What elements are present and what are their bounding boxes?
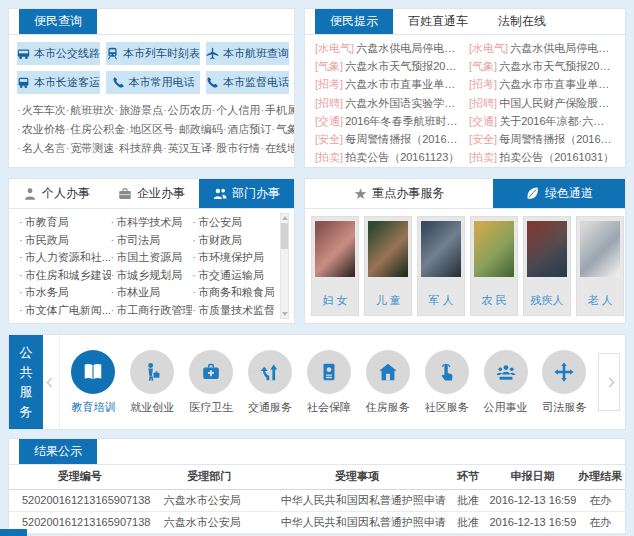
tab-convenient-query[interactable]: 便民查询 (19, 9, 97, 34)
card-elderly[interactable]: 老 人 (576, 216, 624, 316)
department-link[interactable]: 市国土资源局 (111, 249, 193, 267)
service-housing[interactable]: 住房服务 (359, 350, 417, 415)
supervision-phone-button[interactable]: 本市监督电话 (206, 71, 289, 94)
quick-link[interactable]: 农业价格 (17, 120, 66, 139)
news-item[interactable]: [水电气]六盘水供电局停电公告（20161... (469, 39, 615, 57)
department-link[interactable]: 市公安局 (192, 214, 274, 232)
flight-query-button[interactable]: 本市航班查询 (206, 42, 289, 65)
quick-link[interactable]: 宽带测速 (66, 139, 115, 158)
service-education[interactable]: 教育培训 (64, 350, 122, 415)
quick-link[interactable]: 旅游景点 (114, 101, 163, 120)
news-item[interactable]: [安全]每周警情播报（2016年第45周） (469, 130, 615, 148)
news-item[interactable]: [气象]六盘水市天气预报2016年12月13日 (315, 57, 461, 75)
news-tag: [拍卖] (315, 148, 343, 166)
children-photo (368, 221, 408, 277)
service-justice[interactable]: 司法服务 (535, 350, 593, 415)
service-utilities[interactable]: 公用事业 (477, 350, 535, 415)
news-item[interactable]: [招聘]六盘水外国语实验学校面向全... (315, 94, 461, 112)
quick-link[interactable]: 股市行情 (212, 139, 261, 158)
quick-link[interactable]: 科技辞典 (114, 139, 163, 158)
scrollbar[interactable] (280, 213, 289, 319)
bus-lines-button[interactable]: 本市公交线路 (17, 42, 100, 65)
tab-tips[interactable]: 便民提示 (315, 9, 393, 34)
service-social-security[interactable]: 社会保障 (300, 350, 358, 415)
quick-link[interactable]: 酒店预订 (223, 120, 272, 139)
quick-link[interactable]: 个人信用 (212, 101, 261, 120)
news-title: 每周警情播报（2016年第45周） (499, 130, 615, 148)
department-link[interactable]: 市财政局 (192, 232, 274, 250)
news-item[interactable]: [拍卖]拍卖公告（20161123） (315, 148, 461, 166)
department-link[interactable]: 市住房和城乡建设局 (19, 267, 111, 285)
service-label: 教育培训 (64, 400, 122, 415)
carousel-prev-button[interactable] (43, 335, 60, 429)
service-medical[interactable]: 医疗卫生 (182, 350, 240, 415)
coach-button[interactable]: 本市长途客运 (17, 71, 100, 94)
green-channel-panel: ★ 重点办事服务 绿色通道 妇 女 儿 童 (304, 178, 626, 324)
department-link[interactable]: 市司法局 (111, 232, 193, 250)
tab-key-services[interactable]: ★ 重点办事服务 (305, 179, 493, 208)
social-card-icon (307, 350, 351, 394)
carousel-next-button[interactable] (598, 353, 620, 411)
card-women[interactable]: 妇 女 (311, 216, 359, 316)
quick-link[interactable]: 气象服务 (271, 120, 295, 139)
news-item[interactable]: [气象]六盘水市天气预报2016年12月12日 (469, 57, 615, 75)
quick-link[interactable]: 地区区号 (125, 120, 174, 139)
card-children[interactable]: 儿 童 (364, 216, 412, 316)
department-link[interactable]: 市林业局 (111, 284, 193, 302)
service-community[interactable]: 社区服务 (418, 350, 476, 415)
scroll-up-arrow-icon[interactable] (282, 216, 288, 220)
department-link[interactable]: 市民政局 (19, 232, 111, 250)
department-link[interactable]: 市水务局 (19, 284, 111, 302)
scroll-down-arrow-icon[interactable] (282, 312, 288, 316)
tab-personal-affairs[interactable]: 个人办事 (9, 179, 104, 208)
department-link[interactable]: 市文体广电新闻... (19, 302, 111, 320)
department-link[interactable]: 市教育局 (19, 214, 111, 232)
department-link[interactable]: 市质量技术监督局 (192, 302, 274, 320)
news-item[interactable]: [交通]关于2016年凉都·六盘水夏季... (469, 112, 615, 130)
quick-link[interactable]: 公历农历 (163, 101, 212, 120)
service-employment[interactable]: 就业创业 (123, 350, 181, 415)
department-link[interactable]: 市环境保护局 (192, 249, 274, 267)
tab-citizen-express[interactable]: 百姓直通车 (393, 9, 483, 34)
card-farmers[interactable]: 农 民 (470, 216, 518, 316)
table-row[interactable]: 5202001612131659071383 六盘水市公安局 中华人民共和国因私… (9, 489, 625, 511)
briefcase-icon (118, 187, 132, 201)
train-timetable-button[interactable]: 本市列车时刻表 (106, 42, 200, 65)
news-item[interactable]: [招考]六盘水市市直事业单位2016年... (315, 75, 461, 93)
quick-link[interactable]: 英汉互译 (163, 139, 212, 158)
news-item[interactable]: [招聘]中国人民财产保险股份有限公... (469, 94, 615, 112)
service-traffic[interactable]: 交通服务 (241, 350, 299, 415)
news-item[interactable]: [交通]2016年冬春季航班时刻表(2016... (315, 112, 461, 130)
quick-link[interactable]: 名人名言 (17, 139, 66, 158)
news-item[interactable]: [拍卖]拍卖公告（20161031） (469, 148, 615, 166)
quick-link[interactable]: 火车车次 (17, 101, 66, 120)
department-link[interactable]: 市工商行政管理局 (111, 302, 193, 320)
news-item[interactable]: [水电气]六盘水供电局停电公告（20161... (315, 39, 461, 57)
table-row[interactable]: 5202001612131659071380 六盘水市公安局 中华人民共和国因私… (9, 511, 625, 533)
quick-link[interactable]: 在线地图 (260, 139, 295, 158)
card-military[interactable]: 军 人 (417, 216, 465, 316)
card-disabled[interactable]: 残疾人 (523, 216, 571, 316)
cell-date: 2016-12-13 16:59:07 (489, 489, 575, 511)
quick-link[interactable]: 手机属地 (260, 101, 295, 120)
tab-department-affairs[interactable]: 部门办事 (199, 179, 294, 208)
service-label: 社区服务 (418, 400, 476, 415)
tab-green-channel[interactable]: 绿色通道 (493, 179, 625, 208)
news-item[interactable]: [招考]六盘水市市直事业单位2016年... (469, 75, 615, 93)
quick-link[interactable]: 航班班次 (66, 101, 115, 120)
farmers-photo (474, 221, 514, 277)
department-link[interactable]: 市交通运输局 (192, 267, 274, 285)
tab-enterprise-affairs[interactable]: 企业办事 (104, 179, 199, 208)
news-item[interactable]: [安全]每周警情播报（2016年第46周） (315, 130, 461, 148)
department-link[interactable]: 市城乡规划局 (111, 267, 193, 285)
department-link[interactable]: 市科学技术局 (111, 214, 193, 232)
quick-link[interactable]: 邮政编码 (174, 120, 223, 139)
cell-accept-id: 5202001612131659071380 (9, 511, 151, 533)
scrollbar-thumb[interactable] (281, 223, 288, 249)
tab-law-online[interactable]: 法制在线 (483, 9, 561, 34)
department-link[interactable]: 市商务和粮食局 (192, 284, 274, 302)
common-phones-button[interactable]: 本市常用电话 (106, 71, 200, 94)
quick-link[interactable]: 住房公积金 (66, 120, 126, 139)
tab-results[interactable]: 结果公示 (19, 439, 97, 464)
department-link[interactable]: 市人力资源和社... (19, 249, 111, 267)
